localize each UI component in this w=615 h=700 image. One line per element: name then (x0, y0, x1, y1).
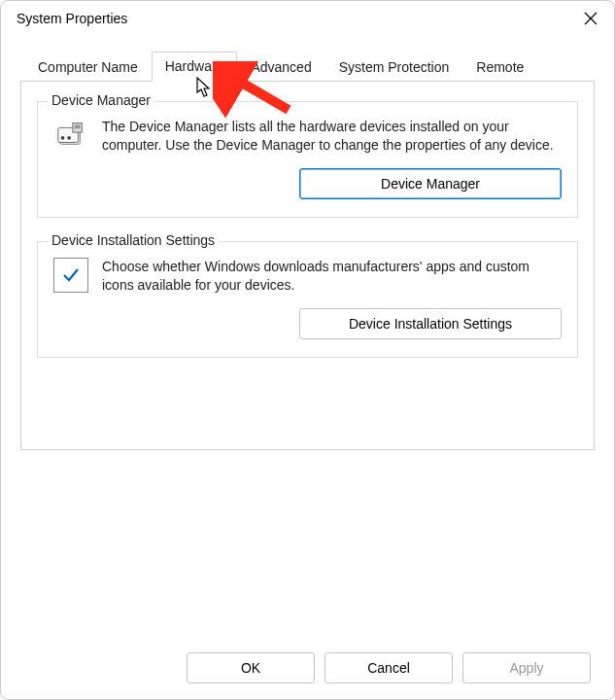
svg-rect-5 (75, 125, 81, 129)
device-install-description: Choose whether Windows downloads manufac… (102, 258, 562, 295)
tabs: Computer Name Hardware Advanced System P… (20, 52, 595, 82)
device-install-button[interactable]: Device Installation Settings (299, 308, 562, 339)
device-manager-legend: Device Manager (48, 92, 154, 108)
svg-point-3 (67, 136, 71, 140)
cancel-button[interactable]: Cancel (325, 652, 453, 683)
device-install-group: Device Installation Settings Choose whet… (37, 241, 578, 358)
tab-content-hardware: Device Manager The Device Manager lists … (20, 81, 595, 450)
device-manager-description: The Device Manager lists all the hardwar… (102, 118, 562, 155)
device-manager-group: Device Manager The Device Manager lists … (37, 101, 578, 218)
ok-button[interactable]: OK (187, 652, 315, 683)
tab-hardware[interactable]: Hardware (152, 52, 238, 82)
dialog-body: Computer Name Hardware Advanced System P… (1, 36, 614, 631)
system-properties-window: System Properties Computer Name Hardware… (0, 0, 615, 700)
check-icon (53, 258, 88, 293)
tab-advanced[interactable]: Advanced (237, 52, 325, 82)
tab-remote[interactable]: Remote (462, 52, 537, 82)
close-icon (584, 12, 598, 25)
device-manager-button[interactable]: Device Manager (299, 168, 562, 199)
tab-system-protection[interactable]: System Protection (325, 52, 463, 82)
dialog-buttons: OK Cancel Apply (1, 631, 614, 699)
device-manager-icon (53, 118, 88, 153)
device-install-legend: Device Installation Settings (48, 232, 219, 248)
svg-point-2 (61, 136, 65, 140)
window-title: System Properties (17, 11, 127, 26)
apply-button: Apply (462, 652, 591, 683)
check-icon-slot (53, 258, 88, 293)
close-button[interactable] (575, 5, 606, 32)
tab-computer-name[interactable]: Computer Name (24, 52, 152, 82)
titlebar: System Properties (1, 1, 614, 36)
